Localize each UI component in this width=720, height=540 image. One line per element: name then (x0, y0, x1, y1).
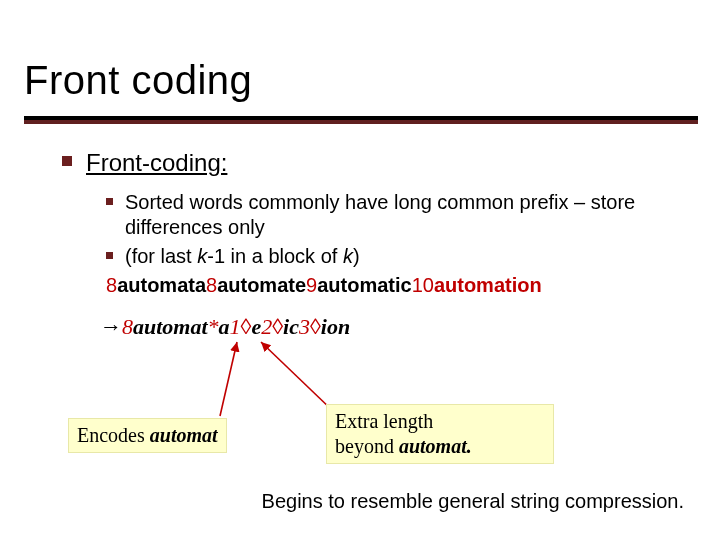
suffix: e (251, 314, 261, 339)
example-words: 8automata8automate9automatic10automation (106, 273, 682, 298)
delta-number: 3 (299, 314, 310, 339)
len-number: 8 (122, 314, 133, 339)
word: automatic (317, 274, 411, 296)
slide-title: Front coding (24, 58, 252, 103)
text: (for last (125, 245, 197, 267)
suffix: ion (321, 314, 350, 339)
stem-word: automat. (399, 435, 472, 457)
arrow-icon: → (100, 314, 122, 339)
bullet-square-icon (106, 252, 113, 259)
text: Extra length (335, 409, 545, 434)
bullet-square-icon (62, 156, 72, 166)
body: Front-coding: Sorted words commonly have… (62, 148, 682, 298)
sub-bullets: Sorted words commonly have long common p… (106, 190, 682, 269)
len-number: 10 (412, 274, 434, 296)
stem: automat (133, 314, 208, 339)
callout-encodes: Encodes automat (68, 418, 227, 453)
svg-line-1 (261, 342, 334, 412)
delta-number: 2 (261, 314, 272, 339)
stem-word: automat (150, 424, 218, 446)
suffix: a (219, 314, 230, 339)
star-marker: * (208, 314, 219, 339)
slide: Front coding Front-coding: Sorted words … (0, 0, 720, 540)
callout-extra-length: Extra length beyond automat. (326, 404, 554, 464)
len-number: 9 (306, 274, 317, 296)
text: beyond (335, 435, 399, 457)
suffix: ic (283, 314, 299, 339)
text-line: beyond automat. (335, 434, 545, 459)
diamond-icon: ◊ (241, 314, 252, 339)
encoded-output: →8automat*a1◊e2◊ic3◊ion (100, 314, 350, 340)
diamond-icon: ◊ (272, 314, 283, 339)
len-number: 8 (206, 274, 217, 296)
diamond-icon: ◊ (310, 314, 321, 339)
text: ) (353, 245, 360, 267)
word: automata (117, 274, 206, 296)
bullet-square-icon (106, 198, 113, 205)
var-k: k (343, 245, 353, 267)
text: Encodes (77, 424, 150, 446)
footer-note: Begins to resemble general string compre… (0, 490, 696, 513)
title-rule (24, 116, 698, 124)
text: -1 in a block of (207, 245, 343, 267)
svg-line-0 (220, 342, 237, 416)
len-number: 8 (106, 274, 117, 296)
bullet-level1: Front-coding: (62, 148, 682, 178)
bullet-text: Sorted words commonly have long common p… (125, 190, 682, 240)
bullet-text: Front-coding: (86, 148, 227, 178)
bullet-text: (for last k-1 in a block of k) (125, 244, 360, 269)
bullet-level2: Sorted words commonly have long common p… (106, 190, 682, 240)
delta-number: 1 (230, 314, 241, 339)
word: automation (434, 274, 542, 296)
word: automate (217, 274, 306, 296)
var-k: k (197, 245, 207, 267)
bullet-level2: (for last k-1 in a block of k) (106, 244, 682, 269)
